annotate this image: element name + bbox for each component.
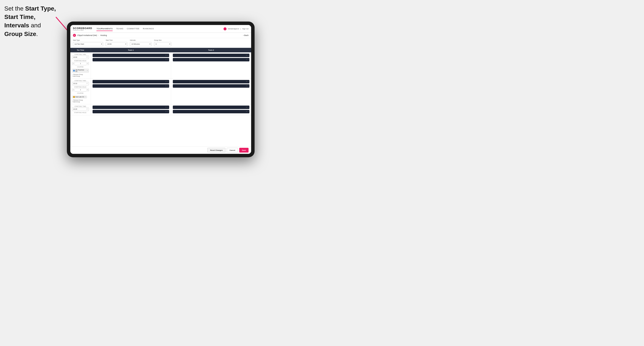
- player-row-4-1: × ○: [173, 80, 250, 83]
- intervals-wrapper: 10 Minutes 8 Minutes 12 Minutes: [130, 42, 152, 46]
- team2-cell-3: × ○ × ○: [171, 104, 251, 115]
- cancel-button[interactable]: Cancel: [227, 148, 238, 153]
- course-remove-2[interactable]: ×: [85, 96, 86, 98]
- tablet-device: SCOREBOARD Powered by clippd TOURNAMENTS…: [67, 21, 254, 157]
- player-row-2-1: × ○: [173, 54, 250, 57]
- player-o-btn[interactable]: ○: [248, 59, 248, 61]
- tee-time-cell-2: STARTING TIME: 10:10 ⏱ STARTING HOLE: ‹ …: [70, 79, 91, 104]
- course-remove-1[interactable]: ×: [87, 70, 88, 71]
- starting-time-input-1[interactable]: 10:00 ⏱: [72, 56, 89, 59]
- player-row-6-1: × ○: [173, 106, 250, 109]
- start-time-wrapper: 10:00 09:00 11:00: [106, 42, 127, 46]
- group-size-wrapper: 3 2 4: [154, 42, 171, 46]
- app-logo-icon: C: [73, 34, 76, 37]
- hole-increase-btn-1[interactable]: ›: [86, 62, 89, 65]
- course-icon-1: A: [73, 70, 75, 72]
- player-x-btn[interactable]: ×: [166, 59, 166, 61]
- player-x-btn[interactable]: ×: [166, 81, 166, 83]
- player-row-5-2: × ○: [92, 110, 169, 113]
- separator: |: [240, 28, 241, 30]
- tab-rankings[interactable]: RANKINGS: [143, 27, 154, 31]
- player-o-btn[interactable]: ○: [167, 54, 168, 56]
- player-o-btn[interactable]: ○: [248, 81, 248, 83]
- starting-hole-label-1: STARTING HOLE:: [72, 60, 89, 61]
- course-icon-2: ⛳: [73, 96, 75, 98]
- breadcrumb-left: C Clippd Invitational (Me) › Hosting: [73, 34, 107, 37]
- table-header: Tee Time Team 1 Team 2: [70, 48, 251, 52]
- starting-hole-val-2: 1: [75, 89, 86, 91]
- player-o-btn[interactable]: ○: [248, 106, 248, 108]
- player-o-btn[interactable]: ○: [167, 85, 168, 87]
- tab-committee[interactable]: COMMITTEE: [127, 27, 140, 31]
- breadcrumb-tournament: Clippd Invitational (Me): [77, 34, 97, 36]
- controls-row: Start Type 1st Tee Start Shotgun Start S…: [70, 38, 251, 48]
- navigation-bar: SCOREBOARD Powered by clippd TOURNAMENTS…: [70, 25, 251, 33]
- starting-time-input-2[interactable]: 10:10 ⏱: [72, 82, 89, 85]
- starting-time-label-1: STARTING TIME:: [72, 54, 89, 55]
- save-button[interactable]: Save: [239, 148, 248, 153]
- player-x-btn[interactable]: ×: [246, 59, 247, 61]
- tee-time-cell-3: STARTING TIME: 10:20 ⏱ STARTING HOLE:: [70, 104, 91, 115]
- player-o-btn[interactable]: ○: [248, 85, 248, 87]
- starting-hole-label-3: STARTING HOLE:: [72, 112, 89, 113]
- player-o-btn[interactable]: ○: [248, 54, 248, 56]
- remove-group-btn-2[interactable]: ○Remove Group: [72, 99, 89, 101]
- th-team1: Team 1: [91, 48, 171, 52]
- starting-time-input-3[interactable]: 10:20 ⏱: [72, 108, 89, 111]
- user-email: blair@clippd.io: [228, 28, 239, 30]
- breadcrumb-sep: ›: [98, 34, 99, 36]
- group-size-label: Group Size: [154, 39, 171, 41]
- hole-increase-btn-2[interactable]: ›: [86, 88, 89, 92]
- starting-hole-stepper-1[interactable]: ‹ 1 ›: [72, 62, 89, 65]
- player-x-btn[interactable]: ×: [246, 85, 247, 87]
- hole-decrease-btn-1[interactable]: ‹: [72, 62, 75, 65]
- player-x-btn[interactable]: ×: [166, 85, 166, 87]
- player-o-btn[interactable]: ○: [167, 106, 168, 108]
- back-button[interactable]: ‹ Back: [243, 34, 248, 36]
- player-x-btn[interactable]: ×: [166, 106, 166, 108]
- add-group-btn-2[interactable]: + Add Group: [72, 101, 89, 103]
- group-actions-2: ○Remove Group + Add Group: [72, 99, 89, 103]
- start-time-select[interactable]: 10:00 09:00 11:00: [106, 42, 127, 46]
- logo-sub: Powered by clippd: [73, 29, 92, 31]
- tab-tournaments[interactable]: TOURNAMENTS: [96, 27, 112, 31]
- player-row-3-2: × ○: [92, 84, 169, 88]
- starting-hole-stepper-2[interactable]: ‹ 1 ›: [72, 88, 89, 92]
- player-x-btn[interactable]: ×: [246, 81, 247, 83]
- player-x-btn[interactable]: ×: [246, 106, 247, 108]
- player-row-3-1: × ○: [92, 80, 169, 83]
- tab-teams[interactable]: TEAMS: [116, 27, 124, 31]
- start-time-label: Start Time: [106, 39, 127, 41]
- start-type-label: Start Type: [73, 39, 103, 41]
- reset-changes-button[interactable]: Reset Changes: [207, 148, 226, 153]
- group-row-1: STARTING TIME: 10:00 ⏱ STARTING HOLE: ‹ …: [70, 52, 251, 79]
- player-o-btn[interactable]: ○: [248, 111, 248, 112]
- player-row-1-1: × ○: [92, 54, 169, 57]
- player-o-btn[interactable]: ○: [167, 59, 168, 61]
- course-tag-2: ⛳ East Lake GC ×: [72, 96, 87, 98]
- team1-cell-2: × ○ × ○: [91, 79, 171, 104]
- player-x-btn[interactable]: ×: [246, 54, 247, 56]
- player-x-btn[interactable]: ×: [246, 111, 247, 112]
- starting-time-label-3: STARTING TIME:: [72, 106, 89, 107]
- player-x-btn[interactable]: ×: [166, 54, 166, 56]
- team1-cell-1: × ○ × ○: [91, 52, 171, 78]
- intervals-select[interactable]: 10 Minutes 8 Minutes 12 Minutes: [130, 42, 152, 46]
- add-group-btn-1[interactable]: + Add Group: [72, 75, 89, 77]
- remove-group-btn-1[interactable]: ○Remove Group: [72, 74, 89, 75]
- course-tag-1: A (A) Peachtree GC ×: [72, 69, 89, 73]
- start-type-select[interactable]: 1st Tee Start Shotgun Start: [73, 42, 103, 46]
- player-x-btn[interactable]: ×: [166, 111, 166, 112]
- group-size-select[interactable]: 3 2 4: [154, 42, 171, 46]
- user-avatar: [224, 27, 226, 30]
- nav-right: blair@clippd.io | Sign out: [224, 27, 248, 30]
- course-label-1: COURSE:: [72, 66, 89, 68]
- player-o-btn[interactable]: ○: [167, 81, 168, 83]
- sign-out-link[interactable]: Sign out: [242, 28, 248, 30]
- hole-decrease-btn-2[interactable]: ‹: [72, 88, 75, 92]
- player-row-2-2: × ○: [173, 58, 250, 61]
- th-tee-time: Tee Time: [70, 48, 91, 52]
- player-o-btn[interactable]: ○: [167, 111, 168, 112]
- player-row-4-2: × ○: [173, 84, 250, 88]
- starting-time-label-2: STARTING TIME:: [72, 80, 89, 81]
